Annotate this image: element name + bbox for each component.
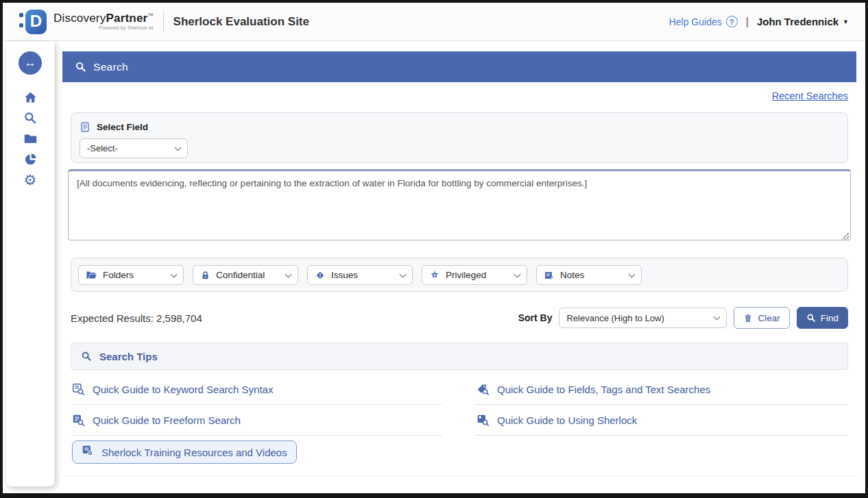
guide-link-keyword-syntax[interactable]: Quick Guide to Keyword Search Syntax (72, 374, 442, 405)
guide-link-label: Quick Guide to Fields, Tags and Text Sea… (497, 384, 710, 395)
filter-label: Folders (103, 270, 134, 280)
gear-icon: ⚙ (24, 173, 37, 187)
site-title: Sherlock Evaluation Site (173, 15, 309, 29)
filter-dropdown-privileged[interactable]: Privileged (422, 265, 527, 285)
help-guides-label: Help Guides (669, 16, 722, 27)
results-row: Expected Results: 2,598,704 Sort By Rele… (71, 307, 848, 329)
sort-by-dropdown[interactable]: Relevance (High to Low) (559, 308, 727, 328)
note-pencil-icon (544, 270, 555, 281)
header-pipe-divider: | (746, 16, 749, 28)
brand-text: DiscoveryPartner™ Powered by Sherlock AI (53, 12, 154, 31)
recent-searches-link[interactable]: Recent Searches (772, 90, 848, 101)
search-icon (23, 111, 37, 125)
chevron-down-icon (629, 271, 636, 277)
expected-results-label: Expected Results: (71, 312, 154, 324)
filter-dropdown-confidential[interactable]: Confidential (193, 265, 298, 285)
textarea-resize-grip[interactable] (842, 233, 849, 240)
help-question-icon: ? (726, 16, 738, 27)
guide-link-label: Quick Guide to Keyword Search Syntax (93, 384, 273, 395)
lock-icon (200, 270, 210, 281)
filter-label: Issues (331, 270, 358, 280)
plus-search-icon (477, 414, 490, 427)
filter-label: Confidential (216, 270, 265, 280)
select-field-value: -Select- (87, 143, 118, 153)
search-section-title: Search (93, 61, 128, 73)
select-field-panel: Select Field -Select- (71, 112, 848, 163)
search-tips-links: Quick Guide to Keyword Search Syntax Qui… (71, 374, 848, 469)
chevron-down-icon (514, 271, 521, 277)
search-icon (81, 351, 92, 362)
expected-results: Expected Results: 2,598,704 (71, 312, 202, 324)
sherlock-training-button[interactable]: Sherlock Training Resources and Videos (72, 440, 297, 464)
sidebar-collapse-toggle[interactable]: ↔ (19, 51, 42, 75)
pie-chart-icon (23, 152, 38, 166)
training-button-label: Sherlock Training Resources and Videos (101, 447, 287, 458)
main-content: Search Recent Searches Select Field -Sel… (62, 51, 856, 476)
trash-icon (743, 313, 753, 323)
user-name: John Tredennick (757, 16, 839, 27)
user-menu[interactable]: John Tredennick ▼ (757, 16, 849, 27)
guide-link-freeform-search[interactable]: Quick Guide to Freeform Search (72, 405, 442, 436)
guide-link-label: Quick Guide to Using Sherlock (497, 414, 637, 426)
chevron-down-icon: ▼ (843, 18, 849, 25)
chevron-down-icon (714, 314, 721, 321)
brand-tagline: Powered by Sherlock AI (53, 25, 154, 31)
home-icon (23, 90, 38, 105)
top-header: D DiscoveryPartner™ Powered by Sherlock … (3, 3, 865, 41)
brand-name-bold: Partner (106, 12, 147, 25)
chevron-down-icon (400, 271, 407, 277)
filter-label: Notes (560, 270, 584, 280)
filter-dropdown-folders[interactable]: Folders (78, 265, 184, 285)
search-tips-header: Search Tips (71, 343, 848, 370)
brand-name-regular: Discovery (53, 12, 106, 25)
sidebar-item-folders[interactable] (19, 128, 42, 149)
tag-search-icon (477, 383, 490, 396)
sidebar-item-settings[interactable]: ⚙ (19, 169, 42, 190)
search-section-header: Search (62, 51, 856, 82)
search-tips-title: Search Tips (99, 351, 158, 362)
filter-dropdown-issues[interactable]: Issues (307, 265, 413, 285)
search-icon (75, 61, 86, 73)
select-field-label: Select Field (97, 122, 148, 132)
sidebar-item-search[interactable] (19, 108, 42, 128)
discovery-partner-logo-icon: D (19, 9, 47, 35)
list-search-filled-icon (72, 414, 85, 427)
list-search-icon (72, 383, 85, 396)
chevron-down-icon (171, 271, 178, 277)
clear-button-label: Clear (758, 313, 780, 323)
search-icon (806, 313, 816, 323)
clear-button[interactable]: Clear (734, 307, 789, 329)
chevron-down-icon (175, 144, 182, 151)
filter-dropdown-notes[interactable]: Notes (536, 265, 642, 285)
find-button-label: Find (821, 313, 839, 323)
header-divider (163, 12, 164, 32)
badge-star-icon (429, 270, 440, 281)
trademark-symbol: ™ (147, 13, 153, 19)
sidebar-item-home[interactable] (19, 87, 42, 108)
sort-by-label: Sort By (518, 312, 553, 323)
folder-icon (23, 132, 38, 146)
filter-bar: Folders Confidential Issues (71, 258, 848, 292)
guide-link-using-sherlock[interactable]: Quick Guide to Using Sherlock (477, 405, 847, 436)
left-sidebar: ↔ ⚙ (6, 42, 55, 486)
expected-results-value: 2,598,704 (156, 312, 202, 324)
list-video-icon (82, 445, 95, 460)
double-arrow-icon: ↔ (25, 56, 36, 70)
sidebar-item-reports[interactable] (19, 149, 42, 169)
diamond-exclamation-icon (315, 270, 326, 281)
help-guides-link[interactable]: Help Guides ? (669, 16, 738, 27)
guide-link-fields-tags[interactable]: Quick Guide to Fields, Tags and Text Sea… (477, 374, 847, 405)
brand-logo: D DiscoveryPartner™ Powered by Sherlock … (19, 9, 154, 35)
guide-link-label: Quick Guide to Freeform Search (93, 414, 241, 426)
find-button[interactable]: Find (797, 307, 848, 329)
search-query-textarea[interactable] (68, 169, 851, 240)
select-field-dropdown[interactable]: -Select- (80, 138, 188, 158)
filter-label: Privileged (446, 270, 486, 280)
document-icon (80, 121, 91, 133)
app-window: D DiscoveryPartner™ Powered by Sherlock … (0, 0, 868, 498)
folder-open-icon (86, 269, 97, 281)
chevron-down-icon (285, 271, 292, 277)
sort-by-value: Relevance (High to Low) (566, 313, 664, 323)
